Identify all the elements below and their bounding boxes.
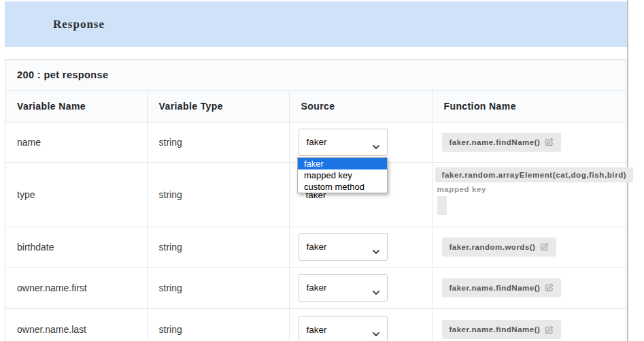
edit-icon[interactable] — [545, 325, 554, 334]
source-select-value: faker — [307, 282, 327, 293]
variable-name-cell: birthdate — [5, 227, 147, 267]
table-header-row: Variable Name Variable Type Source Funct… — [5, 91, 626, 122]
function-badge: faker.random.arrayElement(cat,dog,fish,b… — [435, 167, 634, 182]
edit-icon[interactable] — [545, 283, 554, 292]
table-row: name string faker faker.name.findName() — [5, 122, 626, 162]
function-name-text: faker.random.words() — [450, 243, 536, 251]
dropdown-option-faker[interactable]: faker — [298, 158, 387, 169]
response-panel: 200 : pet response Variable Name Variabl… — [5, 59, 626, 341]
empty-function-badge — [437, 196, 447, 215]
table-row: owner.name.last string faker faker.name.… — [5, 308, 626, 341]
source-select[interactable]: faker — [299, 274, 388, 302]
source-select-value: faker — [307, 137, 327, 147]
dropdown-option-mapped-key[interactable]: mapped key — [298, 169, 387, 181]
table-row: owner.name.first string faker faker.name… — [5, 267, 626, 308]
table-row: birthdate string faker faker.random.word… — [5, 227, 626, 267]
edit-icon[interactable] — [540, 242, 549, 251]
variable-type-cell: string — [147, 227, 289, 267]
col-header-variable-type: Variable Type — [147, 91, 289, 122]
source-select[interactable]: faker — [299, 316, 388, 341]
source-secondary-label: mapped key — [437, 184, 621, 194]
col-header-source: Source — [289, 91, 432, 122]
function-name-text: faker.name.findName() — [450, 325, 541, 334]
response-code-title: 200 : pet response — [17, 69, 109, 80]
variable-type-cell: string — [147, 308, 289, 341]
function-name-text: faker.name.findName() — [450, 138, 541, 146]
chevron-down-icon — [373, 328, 379, 338]
response-code-row: 200 : pet response — [5, 60, 626, 91]
source-select-value: faker — [307, 242, 327, 252]
edit-icon[interactable] — [545, 137, 554, 146]
variable-type-cell: string — [147, 122, 289, 162]
variable-name-cell: name — [5, 122, 147, 162]
variable-name-cell: owner.name.last — [5, 308, 147, 341]
function-name-text: faker.name.findName() — [450, 284, 541, 292]
page-title: Response — [53, 18, 105, 31]
col-header-function-name: Function Name — [432, 91, 626, 122]
source-select[interactable]: faker — [299, 129, 388, 156]
function-badge: faker.name.findName() — [442, 278, 562, 297]
variable-type-cell: string — [147, 162, 289, 227]
function-badge: faker.name.findName() — [442, 133, 562, 152]
col-header-variable-name: Variable Name — [5, 91, 147, 122]
variable-type-cell: string — [147, 267, 289, 308]
variables-table: Variable Name Variable Type Source Funct… — [5, 91, 626, 341]
dropdown-option-custom-method[interactable]: custom method — [298, 181, 387, 193]
chevron-down-icon — [373, 287, 379, 297]
source-select[interactable]: faker — [299, 233, 388, 261]
response-header-band: Response — [5, 1, 627, 47]
function-badge: faker.name.findName() — [442, 320, 562, 339]
source-select-value: faker — [307, 325, 327, 335]
source-dropdown-list: faker mapped key custom method — [297, 157, 388, 193]
variable-name-cell: owner.name.first — [5, 267, 147, 308]
variable-name-cell: type — [5, 162, 147, 227]
chevron-down-icon — [373, 246, 379, 256]
chevron-down-icon — [373, 141, 379, 151]
function-badge: faker.random.words() — [442, 238, 557, 257]
